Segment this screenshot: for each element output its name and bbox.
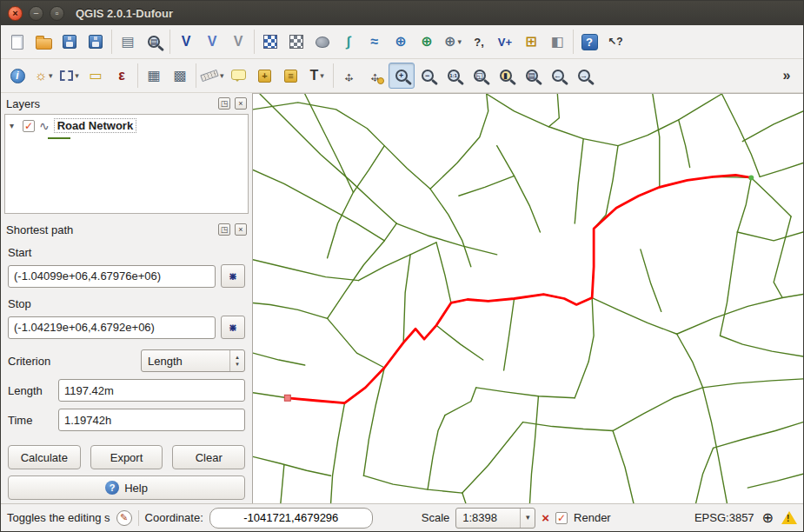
calculate-button[interactable]: Calculate	[8, 445, 81, 469]
open-attribute-table-button[interactable]: ▦	[141, 63, 167, 89]
new-spatialite-layer-button[interactable]: V	[225, 29, 251, 55]
select-features-button[interactable]: ▾	[56, 63, 83, 89]
layer-item-road-network[interactable]: ▾ ✓ ∿ Road Network	[8, 117, 245, 134]
shortest-path-float-button[interactable]: ◳	[218, 223, 230, 236]
epsg-status[interactable]: EPSG:3857	[694, 511, 754, 524]
add-vector-layer-button[interactable]: V	[173, 29, 199, 55]
road-line	[253, 303, 328, 318]
layers-tree[interactable]: ▾ ✓ ∿ Road Network	[4, 114, 249, 214]
export-button[interactable]: Export	[90, 445, 163, 469]
add-all-to-overview-button[interactable]: ⊞	[518, 29, 544, 55]
georeferencer-button[interactable]	[283, 29, 309, 55]
stop-rendering-icon[interactable]: ×	[542, 510, 549, 525]
add-spatialite-layer-icon: ∫	[347, 35, 350, 49]
measure-button[interactable]: ▾	[199, 63, 226, 89]
crs-globe-icon[interactable]: ⊕	[762, 511, 774, 525]
toggle-panel-button[interactable]: ◧	[544, 29, 570, 55]
stop-coordinate-input[interactable]	[8, 316, 216, 339]
save-project-button[interactable]	[56, 29, 83, 55]
scale-dropdown-icon[interactable]: ▾	[520, 509, 535, 528]
field-calculator-button[interactable]: ▩	[167, 63, 193, 89]
dropdown-caret-icon[interactable]: ▾	[220, 71, 224, 80]
messages-warning-icon[interactable]: !	[781, 511, 797, 524]
zoom-last-button[interactable]: ←	[545, 63, 571, 89]
whats-this-button[interactable]: ↖?	[602, 29, 628, 55]
pick-stop-point-button[interactable]: + ×	[221, 316, 245, 339]
zoom-to-layer-button[interactable]: ▤	[519, 63, 545, 89]
zoom-full-button[interactable]: ◱	[467, 63, 493, 89]
pan-to-selection-button[interactable]: ↔↕	[362, 63, 389, 89]
window-minimize-button[interactable]: −	[29, 6, 43, 21]
add-postgis-layer-button[interactable]	[309, 29, 336, 55]
scale-select[interactable]: 1:8398 ▾	[455, 508, 535, 529]
toolbar-separator	[169, 30, 170, 54]
map-tips-button[interactable]	[226, 63, 252, 89]
zoom-in-button[interactable]: +	[389, 63, 415, 89]
title-bar[interactable]: × − ▫ QGIS 2.0.1-Dufour	[1, 1, 803, 25]
identify-features-button[interactable]: i	[4, 63, 30, 89]
shortest-path-close-button[interactable]: ×	[235, 223, 247, 236]
zoom-native-button[interactable]: 1:1	[441, 63, 467, 89]
text-annotation-icon: T	[309, 69, 318, 83]
zoom-out-button[interactable]: −	[415, 63, 441, 89]
dropdown-caret-icon[interactable]: ▾	[75, 71, 79, 80]
new-bookmark-button[interactable]: +	[252, 63, 278, 89]
help-button[interactable]: ? Help	[8, 475, 245, 500]
vector-line-layer-icon: ∿	[39, 119, 50, 133]
dropdown-caret-icon[interactable]: ▾	[320, 71, 324, 80]
combo-spinner-icon[interactable]: ▴ ▾	[229, 350, 244, 371]
add-wcs-layer-button[interactable]: ⊕	[414, 29, 440, 55]
new-vector-layer-button[interactable]: V+	[492, 29, 518, 55]
add-spatialite-layer-button[interactable]: ∫	[336, 29, 362, 55]
layer-label[interactable]: Road Network	[54, 118, 136, 133]
start-coordinate-input[interactable]	[8, 265, 216, 288]
composer-manager-button[interactable]: ▤	[141, 29, 167, 55]
length-value-input[interactable]	[58, 379, 245, 402]
open-project-button[interactable]	[30, 29, 56, 55]
coordinate-input[interactable]	[209, 508, 373, 529]
save-project-as-button[interactable]	[83, 29, 109, 55]
add-vector-layer-icon: V	[182, 35, 191, 49]
deselect-all-button[interactable]: ▭	[83, 63, 109, 89]
text-annotation-button[interactable]: T▾	[304, 63, 330, 89]
road-line	[328, 223, 397, 318]
new-shapefile-layer-button[interactable]: V	[199, 29, 225, 55]
window-close-button[interactable]: ×	[8, 6, 23, 21]
add-wfs-layer-button[interactable]: ⊕▾	[440, 29, 466, 55]
add-mssql-layer-button[interactable]: ≈	[362, 29, 388, 55]
select-by-expression-icon: ε	[118, 69, 125, 83]
add-wms-layer-icon: ⊕	[395, 35, 406, 49]
render-checkbox[interactable]: ✓	[555, 512, 568, 524]
new-project-button[interactable]	[4, 29, 30, 55]
criterion-select[interactable]: Length ▴ ▾	[141, 349, 245, 372]
toolbar-overflow-button[interactable]: »	[774, 63, 800, 89]
zoom-to-selection-button[interactable]: ▮	[493, 63, 519, 89]
layers-close-button[interactable]: ×	[235, 97, 247, 110]
select-by-expression-button[interactable]: ε	[109, 63, 135, 89]
new-print-composer-button[interactable]: ▤	[115, 29, 141, 55]
dropdown-caret-icon[interactable]: ▾	[457, 37, 462, 46]
run-feature-action-button[interactable]: ☼▾	[30, 63, 56, 89]
road-line	[328, 192, 354, 258]
toggle-editing-icon[interactable]: ✎	[116, 510, 132, 526]
help-contents-button[interactable]: ?	[576, 29, 602, 55]
pick-start-point-button[interactable]: + ×	[221, 264, 245, 288]
add-wms-layer-button[interactable]: ⊕	[388, 29, 414, 55]
add-delimited-text-layer-button[interactable]: ?,	[466, 29, 492, 55]
zoom-next-button[interactable]: →	[571, 63, 597, 89]
time-value-input[interactable]	[58, 409, 245, 431]
clear-button[interactable]: Clear	[172, 445, 245, 469]
dropdown-caret-icon[interactable]: ▾	[49, 71, 53, 80]
add-raster-layer-button[interactable]	[257, 29, 283, 55]
save-project-icon	[63, 35, 76, 49]
layer-checkbox[interactable]: ✓	[23, 120, 35, 132]
magnifier-modifier: ◱	[475, 71, 484, 80]
close-panel-icon: ×	[238, 225, 243, 234]
map-canvas[interactable]	[253, 94, 803, 503]
layer-expander-icon[interactable]: ▾	[10, 121, 18, 130]
pan-map-button[interactable]: ↔↕	[336, 63, 362, 89]
layers-float-button[interactable]: ◳	[218, 97, 230, 110]
map-area[interactable]	[252, 93, 803, 503]
window-maximize-button[interactable]: ▫	[50, 6, 64, 21]
show-bookmarks-button[interactable]: ≡	[278, 63, 304, 89]
